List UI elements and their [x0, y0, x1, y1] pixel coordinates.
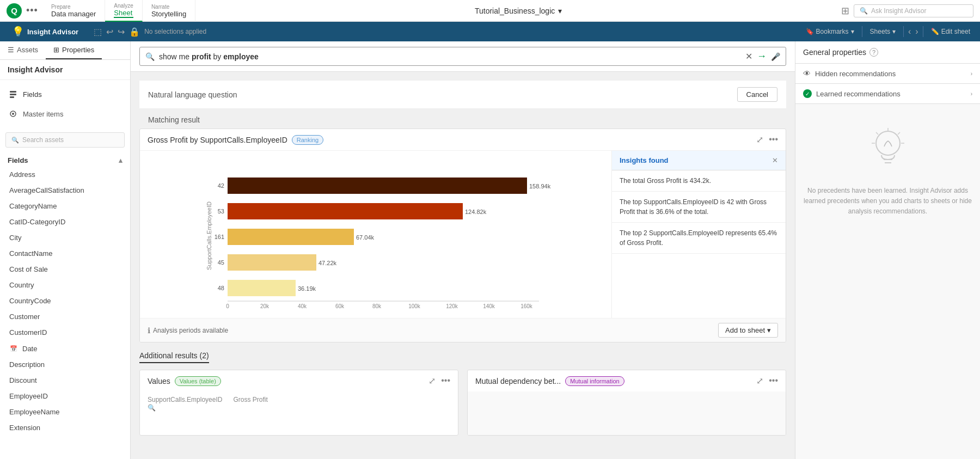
date-calendar-icon: 📅: [9, 344, 18, 353]
results-area: Natural language question Cancel Matchin…: [131, 72, 795, 459]
learned-rec-label: ✓ Learned recommendations: [803, 89, 901, 98]
clear-query-button[interactable]: ✕: [745, 51, 752, 62]
nav-section-prepare[interactable]: Prepare Data manager: [42, 0, 105, 22]
additional-results-header: Additional results (2): [139, 351, 786, 363]
hidden-rec-text: Hidden recommendations: [815, 70, 896, 78]
analysis-periods-text: Analysis periods available: [153, 327, 228, 334]
edit-icon: ✏️: [931, 28, 939, 35]
tab-properties[interactable]: ⊞ Properties: [46, 41, 102, 59]
field-item-customer[interactable]: Customer: [0, 309, 130, 325]
hidden-recommendations-section: 👁 Hidden recommendations ›: [795, 64, 980, 84]
nav-more-button[interactable]: •••: [22, 5, 42, 16]
mic-button[interactable]: 🎤: [771, 52, 780, 61]
field-item-employeeid[interactable]: EmployeeID: [0, 388, 130, 404]
edit-sheet-button[interactable]: ✏️ Edit sheet: [928, 27, 973, 36]
field-item-avgcall[interactable]: AverageCallSatisfaction: [0, 182, 130, 198]
assets-label: Assets: [17, 46, 38, 54]
fields-collapse-icon[interactable]: ▴: [119, 156, 122, 164]
sheets-button[interactable]: Sheets ▾: [867, 27, 899, 36]
nl-question-label: Natural language question: [148, 90, 237, 99]
selection-box-icon[interactable]: ⬚: [94, 27, 102, 37]
submit-query-button[interactable]: →: [757, 51, 767, 62]
nav-fields[interactable]: Fields: [0, 84, 130, 104]
insight-advisor-label: Insight Advisor: [0, 60, 130, 80]
ask-insight-input[interactable]: 🔍 Ask Insight Advisor: [854, 4, 973, 17]
field-item-contactname[interactable]: ContactName: [0, 246, 130, 261]
next-sheet-icon[interactable]: ›: [915, 27, 918, 36]
right-panel-header: General properties ?: [795, 41, 980, 64]
cancel-button[interactable]: Cancel: [737, 87, 777, 102]
values-card-body: SupportCalls.EmployeeID 🔍 Gross Profit: [140, 391, 458, 416]
center-content: 🔍 show me profit by employee ✕ → 🎤 Natur…: [131, 41, 795, 459]
col1-search-icon[interactable]: 🔍: [148, 404, 156, 412]
field-item-country[interactable]: Country: [0, 277, 130, 293]
nav-analyze-label: Analyze: [114, 3, 133, 9]
values-badge: Values (table): [175, 376, 221, 386]
prev-sheet-icon[interactable]: ‹: [908, 27, 911, 36]
learned-text-content: No precedents have been learned. Insight…: [803, 186, 972, 217]
values-card-actions: ⤢ •••: [428, 376, 450, 386]
main-chart-header: Gross Profit by SupportCalls.EmployeeID …: [140, 129, 786, 151]
field-item-catid[interactable]: CatID-CategoryID: [0, 214, 130, 230]
field-item-city[interactable]: City: [0, 230, 130, 246]
search-assets-placeholder: Search assets: [22, 136, 64, 144]
app-title[interactable]: Tutorial_Business_logic ▾: [475, 7, 562, 15]
grid-view-button[interactable]: ⊞: [841, 5, 849, 17]
expand-chart-button[interactable]: ⤢: [756, 134, 763, 145]
values-expand-button[interactable]: ⤢: [428, 376, 436, 386]
query-input-wrap[interactable]: 🔍 show me profit by employee ✕ → 🎤: [139, 47, 786, 66]
mutual-expand-button[interactable]: ⤢: [756, 376, 763, 386]
help-icon[interactable]: ?: [869, 48, 878, 57]
col2-header: Gross Profit: [233, 396, 267, 412]
field-item-customerid[interactable]: CustomerID: [0, 325, 130, 340]
sheets-chevron: ▾: [892, 28, 896, 35]
insights-close-button[interactable]: ✕: [772, 156, 778, 164]
chart-header-actions: ⤢ •••: [756, 134, 778, 145]
field-item-countrycode[interactable]: CountryCode: [0, 293, 130, 309]
query-search-icon: 🔍: [145, 52, 155, 61]
chart-body: SupportCalls.EmployeeID 42 53 161 45 48: [140, 151, 611, 318]
svg-text:53: 53: [218, 208, 224, 215]
search-icon: 🔍: [11, 137, 19, 144]
learned-rec-icon: ✓: [803, 89, 812, 98]
ask-insight-placeholder: Ask Insight Advisor: [871, 7, 926, 15]
field-country-text: Country: [9, 281, 34, 289]
qlik-logo: Q: [7, 3, 22, 19]
right-panel-title-text: General properties ?: [803, 48, 878, 57]
field-item-date[interactable]: 📅 Date: [0, 340, 130, 357]
query-actions: ✕ → 🎤: [745, 51, 780, 62]
lock-icon[interactable]: 🔒: [129, 27, 140, 37]
nav-narrate-label: Narrate: [151, 4, 186, 10]
app-title-chevron: ▾: [558, 7, 562, 15]
field-item-description[interactable]: Description: [0, 357, 130, 372]
nav-master-items[interactable]: Master items: [0, 104, 130, 124]
mutual-more-button[interactable]: •••: [769, 376, 778, 386]
bookmarks-button[interactable]: 🔖 Bookmarks ▾: [803, 27, 857, 36]
field-item-costofsale[interactable]: Cost of Sale: [0, 261, 130, 277]
assets-icon: ☰: [8, 46, 14, 54]
hidden-recommendations-header[interactable]: 👁 Hidden recommendations ›: [795, 64, 980, 83]
chart-with-insights: SupportCalls.EmployeeID 42 53 161 45 48: [140, 151, 786, 318]
field-item-catname[interactable]: CategoryName: [0, 198, 130, 214]
field-item-extension[interactable]: Extension: [0, 420, 130, 436]
field-item-employeename[interactable]: EmployeeName: [0, 404, 130, 420]
left-panel: ☰ Assets ⊞ Properties Insight Advisor Fi…: [0, 41, 131, 459]
learned-recommendations-header[interactable]: ✓ Learned recommendations ›: [795, 84, 980, 103]
field-item-discount[interactable]: Discount: [0, 372, 130, 388]
nav-section-analyze[interactable]: Analyze Sheet: [105, 0, 143, 22]
field-address-text: Address: [9, 170, 35, 179]
add-to-sheet-button[interactable]: Add to sheet ▾: [718, 323, 778, 338]
field-contactname-text: ContactName: [9, 249, 52, 258]
insights-found-panel: Insights found ✕ The total Gross Profit …: [611, 151, 786, 318]
field-extension-text: Extension: [9, 424, 40, 432]
nav-section-narrate[interactable]: Narrate Storytelling: [143, 0, 195, 22]
field-item-address[interactable]: Address: [0, 167, 130, 182]
undo-icon[interactable]: ↩: [106, 27, 113, 37]
tab-assets[interactable]: ☰ Assets: [0, 41, 46, 59]
search-assets-input[interactable]: 🔍 Search assets: [5, 132, 125, 148]
values-more-button[interactable]: •••: [441, 376, 450, 386]
chart-more-button[interactable]: •••: [769, 134, 778, 145]
nav-center: Tutorial_Business_logic ▾: [195, 7, 841, 15]
query-text-display: show me profit by employee: [159, 52, 741, 61]
redo-icon[interactable]: ↪: [118, 27, 125, 37]
